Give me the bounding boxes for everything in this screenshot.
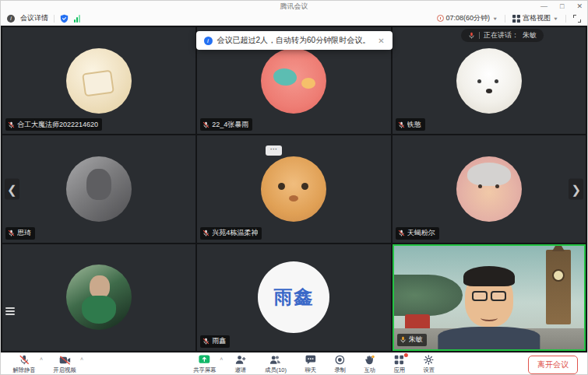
meeting-timer[interactable]: 07:08(60分钟) ▼ bbox=[437, 13, 498, 23]
avatar bbox=[66, 265, 132, 330]
close-icon[interactable]: ✕ bbox=[576, 3, 583, 10]
apps-grid-icon bbox=[394, 355, 404, 365]
maximize-icon[interactable]: □ bbox=[560, 3, 564, 10]
participant-name-tag: 雨鑫 bbox=[200, 335, 230, 348]
record-button[interactable]: 录制 bbox=[334, 355, 347, 374]
camera-off-icon bbox=[59, 356, 71, 365]
participant-name-tag: 22_4张暴雨 bbox=[200, 118, 252, 131]
settings-label: 设置 bbox=[423, 366, 435, 373]
timer-label: 07:08(60分钟) bbox=[446, 13, 491, 23]
divider bbox=[54, 15, 55, 23]
grid-view-icon bbox=[512, 15, 520, 23]
network-signal-icon[interactable] bbox=[74, 15, 80, 23]
tile-more-options-icon[interactable]: ⋯ bbox=[266, 145, 282, 156]
chat-label: 聊天 bbox=[305, 366, 316, 373]
speaking-name: 朱敏 bbox=[523, 30, 537, 40]
invite-label: 邀请 bbox=[234, 366, 246, 373]
avatar bbox=[456, 156, 522, 222]
banner-close-icon[interactable]: ✕ bbox=[378, 37, 384, 45]
title-bar: 腾讯会议 — □ ✕ bbox=[1, 1, 587, 12]
chevron-down-icon: ▼ bbox=[553, 16, 558, 21]
minimize-icon[interactable]: — bbox=[540, 3, 548, 10]
avatar bbox=[66, 48, 132, 114]
participant-name-tag: 铁憨 bbox=[396, 118, 425, 131]
avatar-text: 雨鑫 bbox=[273, 285, 314, 310]
mic-muted-icon bbox=[202, 230, 209, 237]
participant-tile[interactable]: 兴苑4栋温柔神 bbox=[197, 135, 390, 242]
interact-label: 互动 bbox=[364, 366, 375, 373]
mic-muted-icon bbox=[202, 338, 209, 345]
participant-face bbox=[435, 258, 542, 349]
participant-name-tag: 兴苑4栋温柔神 bbox=[200, 227, 262, 240]
participant-tile-active-speaker[interactable]: 朱敏 bbox=[393, 244, 586, 351]
prev-page-chevron[interactable]: ❮ bbox=[5, 179, 19, 200]
participant-name: 合工大魔法师2022214620 bbox=[17, 120, 98, 130]
fullscreen-icon[interactable] bbox=[573, 15, 581, 23]
divider bbox=[565, 15, 566, 23]
chat-button[interactable]: 聊天 bbox=[305, 355, 317, 374]
mic-speaking-icon bbox=[468, 32, 475, 39]
avatar bbox=[261, 156, 326, 222]
members-button[interactable]: 成员(10) bbox=[263, 355, 287, 374]
video-stage: 合工大魔法师2022214620 22_4张暴雨 铁憨 bbox=[1, 26, 587, 352]
meeting-window: 腾讯会议 — □ ✕ i 会议详情 07:08(60分钟) ▼ 宫格视图 bbox=[0, 0, 588, 375]
participant-grid: 合工大魔法师2022214620 22_4张暴雨 铁憨 bbox=[2, 27, 586, 351]
chevron-up-icon[interactable]: ˄ bbox=[80, 356, 83, 362]
unmute-label: 解除静音 bbox=[12, 366, 35, 373]
avatar: 雨鑫 bbox=[258, 261, 329, 333]
invite-button[interactable]: 邀请 bbox=[234, 355, 246, 374]
participant-tile[interactable] bbox=[2, 244, 195, 351]
start-video-label: 开启视频 bbox=[53, 366, 76, 373]
timer-icon bbox=[437, 15, 444, 22]
apps-button[interactable]: 应用 bbox=[393, 355, 406, 374]
invite-person-icon bbox=[234, 355, 245, 365]
participant-name: 铁憨 bbox=[407, 120, 421, 130]
participant-tile[interactable]: 合工大魔法师2022214620 bbox=[2, 27, 195, 134]
time-limit-banner: i 会议已超过2人，自动转为60分钟限时会议。 ✕ bbox=[195, 31, 392, 50]
start-video-button[interactable]: ˄ 开启视频 bbox=[52, 355, 77, 374]
participant-name: 思琦 bbox=[17, 228, 31, 238]
info-icon[interactable]: i bbox=[7, 15, 15, 23]
avatar bbox=[456, 48, 522, 114]
participant-name: 天蝎粉尔 bbox=[407, 228, 435, 238]
participant-name: 兴苑4栋温柔神 bbox=[212, 228, 258, 238]
participant-tile[interactable]: 雨鑫 雨鑫 bbox=[197, 244, 390, 351]
participant-tile[interactable]: 思琦 bbox=[2, 135, 195, 242]
security-shield-icon[interactable] bbox=[60, 14, 69, 23]
mic-muted-icon bbox=[398, 230, 405, 237]
view-list-toggle-icon[interactable] bbox=[5, 307, 15, 315]
participant-name-tag: 朱敏 bbox=[397, 334, 427, 346]
participant-name-tag: 合工大魔法师2022214620 bbox=[5, 118, 102, 131]
active-speaker-indicator: 正在讲话：朱敏 bbox=[461, 29, 544, 42]
unmute-button[interactable]: ˄ 解除静音 bbox=[12, 355, 37, 374]
meeting-header: i 会议详情 07:08(60分钟) ▼ 宫格视图 ▼ bbox=[1, 12, 587, 26]
banner-text: 会议已超过2人，自动转为60分钟限时会议。 bbox=[217, 35, 370, 46]
gear-icon bbox=[424, 355, 434, 365]
mic-muted-icon bbox=[8, 121, 15, 128]
members-label: 成员(10) bbox=[265, 366, 287, 373]
record-label: 录制 bbox=[334, 366, 346, 373]
members-icon bbox=[269, 355, 281, 365]
participant-tile[interactable]: 铁憨 bbox=[393, 27, 586, 134]
mic-active-icon bbox=[400, 336, 407, 343]
participant-tile[interactable]: 天蝎粉尔 bbox=[393, 135, 586, 242]
interact-button[interactable]: 互动 bbox=[364, 355, 376, 374]
mic-off-icon bbox=[19, 355, 30, 365]
chevron-up-icon[interactable]: ˄ bbox=[220, 356, 223, 362]
mic-muted-icon bbox=[398, 121, 405, 128]
settings-button[interactable]: 设置 bbox=[423, 355, 435, 374]
next-page-chevron[interactable]: ❯ bbox=[569, 179, 583, 200]
meeting-details-link[interactable]: 会议详情 bbox=[20, 13, 48, 23]
mic-muted-icon bbox=[8, 230, 15, 237]
divider bbox=[505, 15, 505, 23]
apps-label: 应用 bbox=[393, 366, 405, 373]
chevron-down-icon: ▼ bbox=[492, 16, 498, 21]
chevron-up-icon[interactable]: ˄ bbox=[40, 356, 43, 362]
avatar bbox=[261, 48, 326, 114]
hand-interact-icon bbox=[364, 355, 375, 365]
notification-dot bbox=[404, 353, 408, 357]
view-mode-selector[interactable]: 宫格视图 ▼ bbox=[512, 13, 558, 23]
leave-meeting-button[interactable]: 离开会议 bbox=[528, 356, 578, 374]
share-screen-button[interactable]: ˄ 共享屏幕 bbox=[192, 355, 217, 374]
big-ben-clock bbox=[552, 269, 565, 282]
